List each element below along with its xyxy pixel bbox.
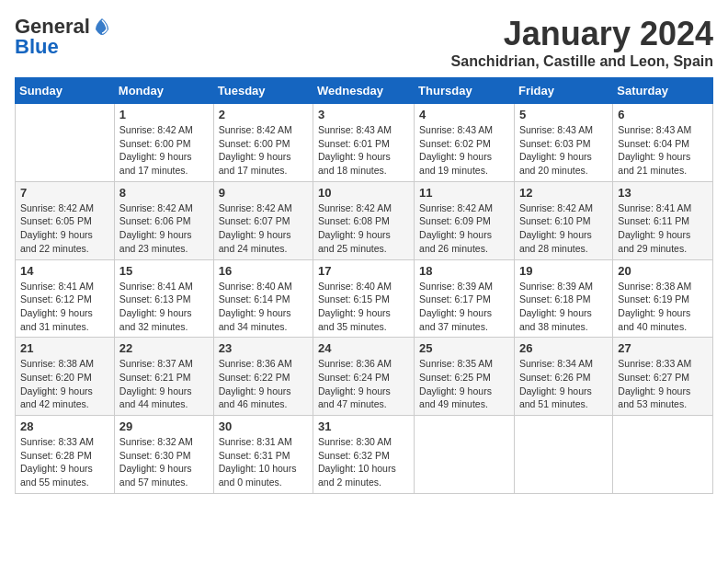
calendar-cell: 15Sunrise: 8:41 AM Sunset: 6:13 PM Dayli… (114, 259, 213, 338)
calendar-cell: 14Sunrise: 8:41 AM Sunset: 6:12 PM Dayli… (16, 259, 115, 338)
weekday-header-thursday: Thursday (415, 78, 515, 104)
day-number: 6 (618, 108, 708, 121)
calendar-cell: 18Sunrise: 8:39 AM Sunset: 6:17 PM Dayli… (415, 259, 515, 338)
day-number: 13 (618, 186, 708, 200)
day-number: 16 (219, 264, 308, 278)
day-number: 28 (20, 419, 109, 433)
weekday-header-wednesday: Wednesday (313, 78, 415, 104)
calendar-cell: 23Sunrise: 8:36 AM Sunset: 6:22 PM Dayli… (213, 338, 313, 416)
day-info: Sunrise: 8:43 AM Sunset: 6:03 PM Dayligh… (519, 123, 608, 178)
logo-blue: Blue (15, 35, 59, 59)
day-info: Sunrise: 8:32 AM Sunset: 6:30 PM Dayligh… (119, 435, 209, 489)
day-number: 20 (618, 264, 708, 278)
day-number: 14 (20, 264, 109, 278)
calendar-week-4: 21Sunrise: 8:38 AM Sunset: 6:20 PM Dayli… (16, 338, 713, 416)
calendar-cell: 2Sunrise: 8:42 AM Sunset: 6:00 PM Daylig… (213, 104, 313, 182)
day-info: Sunrise: 8:37 AM Sunset: 6:21 PM Dayligh… (119, 357, 209, 411)
day-info: Sunrise: 8:40 AM Sunset: 6:14 PM Dayligh… (219, 280, 308, 334)
calendar-cell: 19Sunrise: 8:39 AM Sunset: 6:18 PM Dayli… (514, 259, 612, 338)
calendar-cell: 1Sunrise: 8:42 AM Sunset: 6:00 PM Daylig… (114, 104, 213, 182)
calendar-body: 1Sunrise: 8:42 AM Sunset: 6:00 PM Daylig… (16, 104, 713, 494)
day-number: 12 (519, 186, 608, 200)
day-info: Sunrise: 8:42 AM Sunset: 6:08 PM Dayligh… (318, 201, 409, 256)
calendar-cell: 4Sunrise: 8:43 AM Sunset: 6:02 PM Daylig… (415, 104, 515, 182)
calendar-cell: 27Sunrise: 8:33 AM Sunset: 6:27 PM Dayli… (613, 338, 713, 416)
calendar-week-3: 14Sunrise: 8:41 AM Sunset: 6:12 PM Dayli… (16, 259, 713, 338)
calendar-cell: 5Sunrise: 8:43 AM Sunset: 6:03 PM Daylig… (514, 104, 612, 182)
day-info: Sunrise: 8:42 AM Sunset: 6:00 PM Dayligh… (219, 123, 308, 178)
calendar-cell: 21Sunrise: 8:38 AM Sunset: 6:20 PM Dayli… (16, 338, 115, 416)
calendar-cell: 8Sunrise: 8:42 AM Sunset: 6:06 PM Daylig… (114, 181, 213, 259)
weekday-header-monday: Monday (114, 78, 213, 104)
day-info: Sunrise: 8:33 AM Sunset: 6:27 PM Dayligh… (618, 357, 708, 411)
day-info: Sunrise: 8:36 AM Sunset: 6:22 PM Dayligh… (219, 357, 308, 411)
day-info: Sunrise: 8:36 AM Sunset: 6:24 PM Dayligh… (318, 357, 409, 411)
day-number: 5 (519, 108, 608, 121)
day-info: Sunrise: 8:31 AM Sunset: 6:31 PM Dayligh… (219, 435, 308, 489)
day-info: Sunrise: 8:33 AM Sunset: 6:28 PM Dayligh… (20, 435, 109, 489)
day-info: Sunrise: 8:39 AM Sunset: 6:18 PM Dayligh… (519, 280, 608, 334)
logo: General Blue (15, 15, 112, 59)
calendar-cell (16, 104, 115, 182)
calendar-cell: 16Sunrise: 8:40 AM Sunset: 6:14 PM Dayli… (213, 259, 313, 338)
day-info: Sunrise: 8:39 AM Sunset: 6:17 PM Dayligh… (419, 280, 509, 334)
calendar-header-row: SundayMondayTuesdayWednesdayThursdayFrid… (16, 78, 713, 104)
day-info: Sunrise: 8:43 AM Sunset: 6:04 PM Dayligh… (618, 123, 708, 178)
day-number: 3 (318, 108, 409, 121)
calendar-cell: 20Sunrise: 8:38 AM Sunset: 6:19 PM Dayli… (613, 259, 713, 338)
day-info: Sunrise: 8:38 AM Sunset: 6:19 PM Dayligh… (618, 280, 708, 334)
day-number: 15 (119, 264, 209, 278)
calendar-cell: 3Sunrise: 8:43 AM Sunset: 6:01 PM Daylig… (313, 104, 415, 182)
day-number: 19 (519, 264, 608, 278)
day-number: 21 (20, 341, 109, 355)
day-number: 26 (519, 341, 608, 355)
day-info: Sunrise: 8:42 AM Sunset: 6:07 PM Dayligh… (219, 201, 308, 256)
day-number: 24 (318, 341, 409, 355)
weekday-header-sunday: Sunday (16, 78, 115, 104)
day-info: Sunrise: 8:42 AM Sunset: 6:06 PM Dayligh… (119, 201, 209, 256)
calendar-week-1: 1Sunrise: 8:42 AM Sunset: 6:00 PM Daylig… (16, 104, 713, 182)
calendar-cell: 10Sunrise: 8:42 AM Sunset: 6:08 PM Dayli… (313, 181, 415, 259)
calendar-cell: 30Sunrise: 8:31 AM Sunset: 6:31 PM Dayli… (213, 416, 313, 494)
day-number: 10 (318, 186, 409, 200)
day-number: 9 (219, 186, 308, 200)
day-number: 27 (618, 341, 708, 355)
weekday-header-saturday: Saturday (613, 78, 713, 104)
calendar-cell: 6Sunrise: 8:43 AM Sunset: 6:04 PM Daylig… (613, 104, 713, 182)
calendar-cell: 29Sunrise: 8:32 AM Sunset: 6:30 PM Dayli… (114, 416, 213, 494)
day-info: Sunrise: 8:42 AM Sunset: 6:10 PM Dayligh… (519, 201, 608, 256)
day-number: 31 (318, 419, 409, 433)
calendar-cell: 7Sunrise: 8:42 AM Sunset: 6:05 PM Daylig… (16, 181, 115, 259)
day-number: 11 (419, 186, 509, 200)
day-info: Sunrise: 8:42 AM Sunset: 6:09 PM Dayligh… (419, 201, 509, 256)
location-title: Sanchidrian, Castille and Leon, Spain (451, 53, 713, 70)
weekday-header-tuesday: Tuesday (213, 78, 313, 104)
day-number: 23 (219, 341, 308, 355)
calendar-week-5: 28Sunrise: 8:33 AM Sunset: 6:28 PM Dayli… (16, 416, 713, 494)
calendar-cell: 9Sunrise: 8:42 AM Sunset: 6:07 PM Daylig… (213, 181, 313, 259)
day-info: Sunrise: 8:40 AM Sunset: 6:15 PM Dayligh… (318, 280, 409, 334)
calendar-cell: 11Sunrise: 8:42 AM Sunset: 6:09 PM Dayli… (415, 181, 515, 259)
day-number: 22 (119, 341, 209, 355)
day-info: Sunrise: 8:34 AM Sunset: 6:26 PM Dayligh… (519, 357, 608, 411)
day-number: 18 (419, 264, 509, 278)
calendar-cell: 31Sunrise: 8:30 AM Sunset: 6:32 PM Dayli… (313, 416, 415, 494)
day-number: 25 (419, 341, 509, 355)
day-info: Sunrise: 8:43 AM Sunset: 6:01 PM Dayligh… (318, 123, 409, 178)
day-info: Sunrise: 8:41 AM Sunset: 6:11 PM Dayligh… (618, 201, 708, 256)
day-info: Sunrise: 8:38 AM Sunset: 6:20 PM Dayligh… (20, 357, 109, 411)
calendar-cell: 17Sunrise: 8:40 AM Sunset: 6:15 PM Dayli… (313, 259, 415, 338)
day-info: Sunrise: 8:42 AM Sunset: 6:05 PM Dayligh… (20, 201, 109, 256)
calendar-cell (514, 416, 612, 494)
day-number: 17 (318, 264, 409, 278)
calendar-cell: 24Sunrise: 8:36 AM Sunset: 6:24 PM Dayli… (313, 338, 415, 416)
calendar-cell: 26Sunrise: 8:34 AM Sunset: 6:26 PM Dayli… (514, 338, 612, 416)
title-block: January 2024 Sanchidrian, Castille and L… (451, 15, 713, 70)
day-number: 2 (219, 108, 308, 121)
day-number: 1 (119, 108, 209, 121)
calendar-table: SundayMondayTuesdayWednesdayThursdayFrid… (15, 77, 713, 494)
day-info: Sunrise: 8:42 AM Sunset: 6:00 PM Dayligh… (119, 123, 209, 178)
weekday-header-friday: Friday (514, 78, 612, 104)
day-number: 4 (419, 108, 509, 121)
day-info: Sunrise: 8:41 AM Sunset: 6:12 PM Dayligh… (20, 280, 109, 334)
